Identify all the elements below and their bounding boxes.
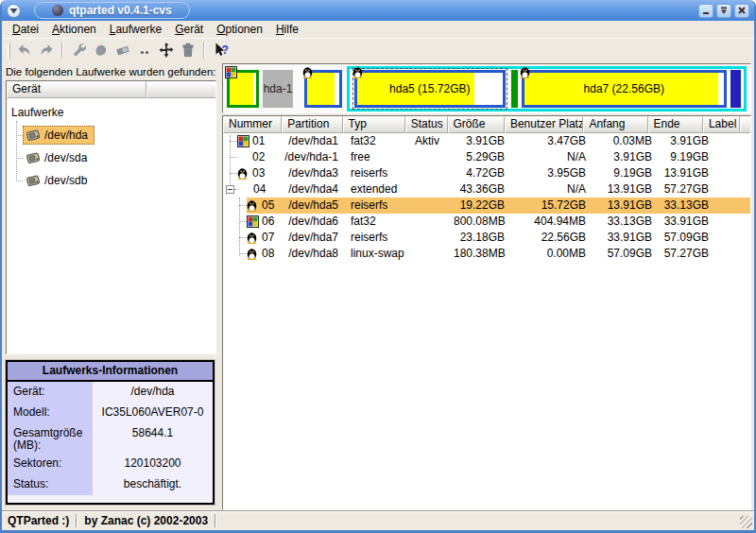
cell-label [716,133,750,149]
device-tree-header-geraet[interactable]: Gerät [7,81,146,98]
partition-block-hda1[interactable] [227,70,259,108]
menu-laufwerke[interactable]: Laufwerke [103,22,168,37]
column-header-ende[interactable]: Ende [648,116,703,133]
column-header-anfang[interactable]: Anfang [583,116,647,133]
property-wrench-icon [71,42,88,59]
sidebar-item-dev-sda[interactable]: /dev/sda [7,146,215,169]
info-label: Gerät: [8,382,93,403]
tree-root-laufwerke[interactable]: Laufwerke [7,101,215,124]
drive-info-panel: Laufwerks-Informationen Gerät:/dev/hdaMo… [6,360,215,505]
window-menu-button[interactable] [7,4,21,18]
column-header-groesse[interactable]: Größe [448,116,505,133]
column-header-partition[interactable]: Partition [282,116,342,133]
table-row-dev-hda6[interactable]: 06/dev/hda6fat32800.08MB404.94MB33.13GB3… [223,214,750,230]
column-header-benutzer[interactable]: Benutzer Platz [505,116,584,133]
drive-info-rows: Gerät:/dev/hdaModell:IC35L060AVER07-0Ges… [8,382,213,495]
free-space-block-hda-1[interactable]: hda-1 [263,70,293,108]
status-separator [76,514,77,527]
cell-anfang: 57.09GB [593,246,660,262]
maximize-icon [719,6,729,15]
cell-benutzer: 404.94MB [512,214,593,230]
table-row-dev-hda3[interactable]: 03/dev/hda3reiserfs4.72GB3.95GB9.19GB13.… [223,165,750,181]
sidebar-item-dev-sdb[interactable]: /dev/sdb [7,169,215,192]
cell-status [410,230,454,246]
move-resize-button[interactable] [155,40,177,60]
partition-block-hda7[interactable]: hda7 (22.56GB) [522,70,727,108]
extended-partition-container-hda4[interactable]: hda5 (15.72GB)hda7 (22.56GB) [347,66,747,112]
trash-button [177,40,198,60]
menu-gert[interactable]: Gerät [168,22,210,37]
cell-label [716,214,750,230]
collapse-expander-icon[interactable] [226,185,234,194]
minimize-button[interactable] [698,4,713,18]
cell-label [716,246,750,262]
cell-partition: /dev/hda4 [284,181,346,198]
tree-branch-line [239,221,247,222]
table-row-dev-hda7[interactable]: 07/dev/hda7reiserfs23.18GB22.56GB33.91GB… [223,230,750,246]
cell-groesse: 3.91GB [454,133,512,149]
partition-block-hda8[interactable] [730,70,741,108]
whats-this-help-button[interactable]: ? [210,40,232,60]
titlebar[interactable]: qtparted v0.4.1-cvs [2,0,754,21]
property-wrench-button [68,40,90,60]
menu-aktionen[interactable]: Aktionen [45,22,103,37]
toolbar-separator [203,42,205,59]
column-header-filler [740,116,750,133]
menu-optionen[interactable]: Optionen [210,22,269,37]
menu-bar: DateiAktionenLaufwerkeGerätOptionenHilfe [2,21,754,38]
menu-datei[interactable]: Datei [6,22,45,37]
info-label: Sektoren: [8,454,93,474]
status-app-label: QTParted :) [8,514,69,527]
table-row-dev-hda8[interactable]: 08/dev/hda8linux-swap180.38MB0.00MB57.09… [223,246,750,262]
info-value: 58644.1 [93,423,213,454]
partition-visualization: hda-1hda5 (15.72GB)hda7 (22.56GB) [222,63,751,113]
menu-hilfe[interactable]: Hilfe [269,22,305,37]
info-value: beschäftigt. [93,474,213,495]
toolbar-grip[interactable] [8,43,10,59]
sidebar-item-dev-hda[interactable]: /dev/hda [7,124,215,146]
cell-partition: /dev/hda5 [284,198,346,214]
eraser-icon [114,42,131,59]
table-row-dev-hda1[interactable]: 01/dev/hda1fat32Aktiv3.91GB3.47GB0.03MB3… [223,133,750,149]
column-header-num[interactable]: Nummer [223,116,282,133]
partition-block-hda3[interactable] [304,70,342,108]
cell-typ: free [346,149,410,165]
partition-number: 05 [262,198,274,214]
cell-benutzer: 3.47GB [512,133,593,149]
close-button[interactable] [734,4,749,18]
column-header-label[interactable]: Label [703,116,740,133]
cell-label [716,198,750,214]
format-icon [93,42,110,59]
cell-groesse: 23.18GB [454,230,512,246]
hard-disk-icon [26,174,41,187]
partition-block-hda6[interactable] [511,70,518,108]
cell-ende: 3.91GB [660,133,716,149]
info-row: Gerät:/dev/hda [8,382,213,403]
cell-typ: extended [346,181,410,198]
cell-anfang: 9.19GB [593,165,660,181]
cell-groesse: 180.38MB [454,246,512,262]
windows-icon [225,66,237,78]
table-row-dev-hda4[interactable]: 04/dev/hda4extended43.36GBN/A13.91GB57.2… [223,181,750,198]
column-header-status[interactable]: Status [405,116,448,133]
cell-benutzer: N/A [512,149,593,165]
resize-grip-icon[interactable] [740,516,752,528]
tree-branch-line [16,181,23,181]
cell-label [716,165,750,181]
tree-branch-line [230,141,237,142]
partition-block-label: hda7 (22.56GB) [584,82,664,95]
whats-this-help-icon: ? [213,42,230,59]
partition-number: 06 [262,214,274,230]
cell-status [410,165,454,181]
table-row-dev-hda5[interactable]: 05/dev/hda5reiserfs19.22GB15.72GB13.91GB… [223,198,750,214]
partition-block-hda5[interactable]: hda5 (15.72GB) [354,70,506,108]
main-area: Die folgenden Laufwerke wurden gefunden:… [2,61,754,510]
cell-partition: /dev/hda-1 [284,149,346,165]
cell-groesse: 4.72GB [454,165,512,181]
column-header-typ[interactable]: Typ [343,116,405,133]
cell-anfang: 33.91GB [593,230,660,246]
device-tree: Gerät Laufwerke/dev/hda/dev/sda/dev/sdb [6,80,216,354]
table-row-dev-hda-1[interactable]: 02/dev/hda-1free5.29GBN/A3.91GB9.19GB [223,149,750,165]
maximize-button[interactable] [716,4,731,18]
devices-found-label: Die folgenden Laufwerke wurden gefunden: [6,63,216,80]
